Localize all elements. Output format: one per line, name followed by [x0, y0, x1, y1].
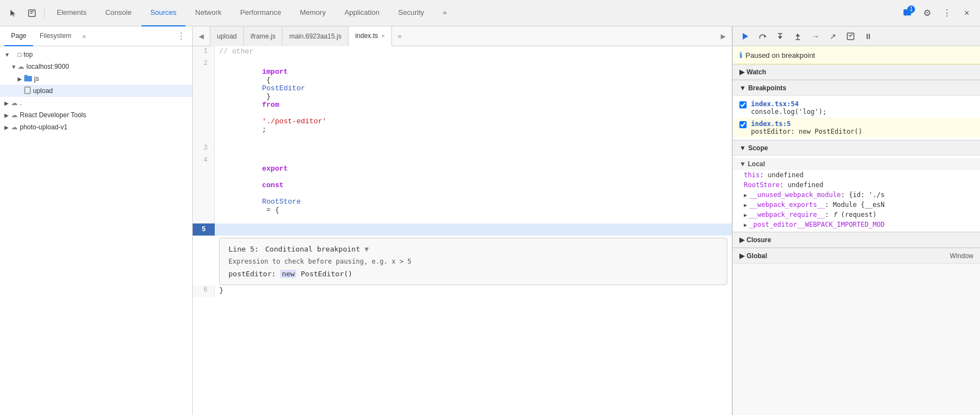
tab-performance[interactable]: Performance [231, 0, 290, 26]
file-tab-page[interactable]: Page [4, 26, 33, 46]
toolbar-right: 1 ⚙ ⋮ × [899, 4, 976, 22]
tree-item-dot[interactable]: ▶ ☁ . [0, 97, 192, 109]
cloud-icon-dot: ☁ [11, 99, 18, 107]
breakpoints-header[interactable]: ▼ Breakpoints [733, 80, 980, 96]
cursor-icon[interactable] [4, 4, 22, 22]
editor-tab-index[interactable]: index.ts × [349, 26, 392, 46]
step-over-btn[interactable] [755, 29, 770, 44]
debug-toolbar: → ↗ ⏸ [733, 26, 980, 46]
inspect-icon[interactable] [23, 4, 41, 22]
breakpoint-popup: Line 5: Conditional breakpoint ▼ Express… [219, 238, 727, 285]
editor-tab-main[interactable]: main.6923aa15.js [282, 26, 349, 46]
breakpoint-checkbox-2[interactable] [739, 121, 747, 128]
step-into-btn[interactable] [772, 29, 788, 44]
file-tab-menu[interactable]: ⋮ [175, 29, 188, 43]
tab-security[interactable]: Security [389, 0, 433, 26]
file-tab-more[interactable]: » [80, 30, 88, 42]
closure-section: ▶ Closure [733, 232, 980, 248]
scope-item-unused[interactable]: ▶ __unused_webpack_module : {id: './s [733, 190, 980, 200]
file-panel: Page Filesystem » ⋮ ▼ □ top ▼ ☁ localhos… [0, 26, 193, 415]
code-line-1: 1 // other [193, 46, 732, 58]
chat-count: 1 [907, 6, 915, 13]
watch-header[interactable]: ▶ Watch [733, 64, 980, 80]
scope-item-require[interactable]: ▶ __webpack_require__ : f (request) [733, 210, 980, 220]
editor-run-btn[interactable]: ▶ [714, 26, 732, 46]
resume-btn[interactable] [737, 29, 753, 44]
scope-item-exports[interactable]: ▶ __webpack_exports__ : Module {__esN [733, 200, 980, 210]
scope-item-post-editor[interactable]: ▶ _post_editor__WEBPACK_IMPORTED_MOD [733, 220, 980, 230]
code-line-3: 3 [193, 143, 732, 155]
breakpoints-section: ▼ Breakpoints index.tsx:54 console.log('… [733, 80, 980, 140]
close-icon[interactable]: × [958, 4, 976, 22]
more-options-icon[interactable]: ⋮ [938, 4, 956, 22]
dom-changes-btn[interactable] [843, 29, 858, 44]
tab-memory[interactable]: Memory [291, 0, 335, 26]
tab-console[interactable]: Console [96, 0, 140, 26]
settings-icon[interactable]: ⚙ [918, 4, 936, 22]
info-icon: ℹ [739, 51, 742, 59]
closure-arrow: ▶ [739, 236, 744, 244]
breakpoint-item-1: index.tsx:54 console.log('log'); [733, 98, 980, 118]
editor-tab-upload[interactable]: upload [210, 26, 244, 46]
breakpoint-checkbox-1[interactable] [739, 101, 747, 108]
global-header[interactable]: ▶ Global Window [733, 248, 980, 264]
scope-header[interactable]: ▼ Scope [733, 140, 980, 156]
toolbar-divider [44, 8, 45, 19]
file-panel-tabs: Page Filesystem » ⋮ [0, 26, 192, 46]
svg-marker-7 [778, 36, 782, 39]
tab-application[interactable]: Application [336, 0, 389, 26]
tree-item-top[interactable]: ▼ □ top [0, 48, 192, 61]
arrow-down-icon: ▼ [4, 52, 11, 58]
global-arrow: ▶ [739, 252, 744, 260]
folder-icon: □ [18, 51, 21, 58]
tree-item-localhost[interactable]: ▼ ☁ localhost:9000 [0, 61, 192, 73]
svg-marker-6 [764, 35, 766, 38]
breakpoint-code-1: console.log('log'); [751, 108, 973, 116]
step-btn[interactable]: → [808, 29, 823, 44]
file-tree: ▼ □ top ▼ ☁ localhost:9000 ▶ js [0, 46, 192, 415]
arrow-right-icon-js: ▶ [18, 76, 24, 82]
tab-network[interactable]: Network [187, 0, 231, 26]
code-area: 1 // other 2 import { PostEditor } from … [193, 46, 732, 415]
deactivate-btn[interactable]: ↗ [825, 29, 841, 44]
file-icon-upload [24, 86, 31, 96]
watch-section: ▶ Watch [733, 64, 980, 80]
breakpoints-content: index.tsx:54 console.log('log'); index.t… [733, 96, 980, 140]
closure-header[interactable]: ▶ Closure [733, 232, 980, 248]
watch-arrow: ▶ [739, 68, 744, 76]
pause-on-exceptions-btn[interactable]: ⏸ [861, 29, 876, 44]
tree-item-js[interactable]: ▶ js [0, 73, 192, 85]
local-label[interactable]: ▼ Local [733, 158, 980, 170]
arrow-down-icon-2: ▼ [11, 64, 18, 70]
breakpoints-arrow: ▼ [739, 84, 746, 92]
editor-tab-close[interactable]: × [381, 32, 384, 39]
tree-item-photo-upload[interactable]: ▶ ☁ photo-upload-v1 [0, 121, 192, 133]
main-container: Page Filesystem » ⋮ ▼ □ top ▼ ☁ localhos… [0, 26, 980, 415]
tree-item-upload[interactable]: upload [0, 85, 192, 97]
svg-rect-4 [25, 87, 30, 94]
breakpoint-code-2: postEditor: new PostEditor() [751, 128, 973, 135]
bp-popup-highlight: new [280, 270, 296, 278]
main-toolbar: Elements Console Sources Network Perform… [0, 0, 980, 26]
tab-more[interactable]: » [434, 0, 455, 26]
editor-tab-iframe[interactable]: iframe.js [244, 26, 282, 46]
debug-panel: → ↗ ⏸ ℹ Paused on breakpoint ▶ Watch [732, 26, 980, 415]
tab-sources[interactable]: Sources [141, 0, 186, 26]
code-line-6: 6 } [193, 285, 732, 297]
svg-rect-3 [24, 76, 27, 78]
chat-icon[interactable]: 1 [899, 4, 916, 22]
scope-item-this: this : undefined [733, 170, 980, 180]
folder-icon-js [24, 75, 32, 83]
editor-nav-back[interactable]: ◀ [193, 26, 210, 46]
step-out-btn[interactable] [790, 29, 805, 44]
tree-item-react-dev-tools[interactable]: ▶ ☁ React Developer Tools [0, 109, 192, 121]
cloud-icon-localhost: ☁ [18, 63, 24, 70]
file-tab-filesystem[interactable]: Filesystem [33, 26, 78, 46]
arrow-right-react: ▶ [4, 112, 11, 118]
tab-elements[interactable]: Elements [48, 0, 95, 26]
editor-tab-more[interactable]: » [392, 26, 407, 46]
code-line-4: 4 export const RootStore = { [193, 155, 732, 223]
code-line-5: 5 [193, 223, 732, 236]
arrow-right-photo: ▶ [4, 124, 11, 130]
breakpoint-item-2: index.ts:5 postEditor: new PostEditor() [733, 118, 980, 138]
